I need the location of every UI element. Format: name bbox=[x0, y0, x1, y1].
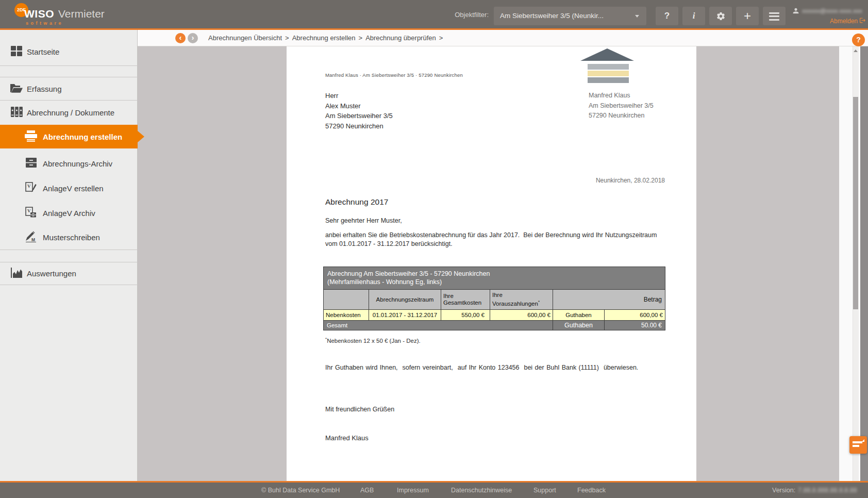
row-gesamtkosten: 550,00 € bbox=[441, 310, 490, 321]
logout-link[interactable]: Abmelden bbox=[830, 17, 866, 25]
table-title: Abrechnung Am Siebertsweiher 3/5 - 57290… bbox=[324, 267, 665, 290]
breadcrumb-separator: > bbox=[359, 34, 363, 42]
sender-line: Manfred Klaus · Am Siebertsweiher 3/5 · … bbox=[325, 72, 463, 78]
house-logo-bar bbox=[588, 77, 629, 83]
document-v-archive-icon: V bbox=[24, 207, 38, 219]
breadcrumb-item-uebersicht[interactable]: Abrechnungen Übersicht bbox=[208, 34, 282, 42]
help-button[interactable]: ? bbox=[656, 7, 678, 25]
version-label: Version: bbox=[772, 483, 795, 498]
brand-product: Vermieter bbox=[58, 8, 105, 20]
sidebar: Startseite Erfassung Abrechnung / Dokume… bbox=[0, 30, 138, 481]
column-header-vorauszahlungen: Ihre Vorauszahlungen* bbox=[490, 290, 553, 310]
back-button[interactable]: ‹ bbox=[175, 33, 186, 43]
breadcrumb-bar: ‹ › Abrechnungen Übersicht>Abrechnung er… bbox=[138, 30, 868, 46]
row-label: Nebenkosten bbox=[324, 310, 369, 321]
sidebar-item-startseite[interactable]: Startseite bbox=[0, 38, 138, 66]
folder-icon bbox=[9, 83, 24, 94]
objektfilter-dropdown[interactable]: Am Siebertsweiher 3/5 (Neunkir... bbox=[494, 7, 646, 25]
page-help-button[interactable]: ? bbox=[852, 34, 865, 46]
letter-title: Abrechnung 2017 bbox=[325, 197, 388, 207]
total-label: Gesamt bbox=[324, 321, 553, 330]
row-zeitraum: 01.01.2017 - 31.12.2017 bbox=[369, 310, 441, 321]
pencil-m-icon: M bbox=[24, 231, 38, 244]
feedback-button[interactable] bbox=[849, 436, 867, 454]
user-icon bbox=[792, 7, 800, 17]
sidebar-item-label: Auswertungen bbox=[27, 269, 76, 278]
sidebar-item-auswertungen[interactable]: Auswertungen bbox=[0, 262, 138, 285]
column-header-zeitraum: Abrechnungszeitraum bbox=[369, 290, 441, 310]
breadcrumb-item-ueberpruefen[interactable]: Abrechnung überprüfen bbox=[365, 34, 436, 42]
table-row: Nebenkosten 01.01.2017 - 31.12.2017 550,… bbox=[324, 310, 665, 321]
footnote: *Nebenkosten 12 x 50 € (Jan - Dez). bbox=[325, 337, 421, 344]
column-header-betrag: Betrag bbox=[553, 290, 665, 310]
recipient-address: Herr Alex Muster Am Siebertsweiher 3/5 5… bbox=[325, 91, 393, 131]
sidebar-item-abrechnungs-archiv[interactable]: Abrechnungs-Archiv bbox=[0, 151, 138, 176]
table-total-row: Gesamt Guthaben 50.00 € bbox=[324, 321, 665, 330]
sidebar-item-erfassung[interactable]: Erfassung bbox=[0, 77, 138, 101]
house-logo-bar bbox=[588, 64, 629, 70]
objektfilter-value: Am Siebertsweiher 3/5 (Neunkir... bbox=[500, 12, 604, 20]
brand-wiso: WISO bbox=[24, 8, 54, 20]
sidebar-item-anlagev-archiv[interactable]: V AnlageV Archiv bbox=[0, 201, 138, 225]
brand-software: software bbox=[26, 21, 63, 26]
logout-icon bbox=[859, 17, 866, 25]
column-header-gesamtkosten: Ihre Gesamtkosten bbox=[441, 290, 490, 310]
date-line: Neunkirchen, 28.02.2018 bbox=[503, 177, 665, 184]
payment-note: Ihr Guthaben wird Ihnen, sofern vereinba… bbox=[325, 364, 638, 371]
footer-link-datenschutz[interactable]: Datenschutzhinweise bbox=[451, 483, 512, 498]
row-betrag: 600,00 € bbox=[605, 310, 665, 321]
salutation: Sehr geehrter Herr Muster, bbox=[325, 217, 402, 224]
intro-paragraph: anbei erhalten Sie die Betriebskostenabr… bbox=[325, 231, 657, 248]
version-value-redacted: 7.88.8.888.88.8.8.88 bbox=[798, 483, 857, 498]
sidebar-item-label: Musterschreiben bbox=[43, 233, 100, 242]
copyright-text: © Buhl Data Service GmbH bbox=[261, 483, 340, 498]
settings-button[interactable] bbox=[709, 7, 732, 25]
svg-text:V: V bbox=[27, 184, 31, 189]
sidebar-item-label: Erfassung bbox=[27, 85, 62, 93]
sidebar-item-label: Abrechnung / Dokumente bbox=[27, 108, 114, 117]
svg-text:M: M bbox=[31, 237, 35, 242]
sidebar-item-label: Abrechnungs-Archiv bbox=[43, 159, 112, 168]
hamburger-icon bbox=[769, 10, 779, 22]
column-header-empty bbox=[324, 290, 369, 310]
row-vorauszahlungen: 600,00 € bbox=[490, 310, 553, 321]
footnote-mark: * bbox=[538, 300, 540, 304]
breadcrumb-item-erstellen[interactable]: Abrechnung erstellen bbox=[292, 34, 356, 42]
sidebar-item-abrechnung-erstellen[interactable]: Abrechnung erstellen bbox=[0, 125, 138, 148]
grid-icon bbox=[9, 46, 24, 58]
user-email-redacted[interactable]: xxxxxx@xxxx-xxxx.xxx bbox=[802, 8, 862, 14]
footer-link-agb[interactable]: AGB bbox=[360, 483, 374, 498]
scroll-up-arrow-icon[interactable] bbox=[854, 49, 858, 52]
drawer-cabinet-icon bbox=[24, 158, 38, 169]
menu-button[interactable] bbox=[763, 7, 786, 25]
forward-button[interactable]: › bbox=[188, 33, 198, 43]
house-logo-roof-icon bbox=[580, 48, 634, 61]
house-logo-bar bbox=[588, 71, 629, 76]
objektfilter-label: Objektfilter: bbox=[428, 11, 489, 19]
sidebar-item-musterschreiben[interactable]: M Musterschreiben bbox=[0, 225, 138, 250]
sidebar-item-anlagev-erstellen[interactable]: V AnlageV erstellen bbox=[0, 176, 138, 201]
printer-icon bbox=[24, 130, 38, 143]
document-v-pencil-icon: V bbox=[24, 182, 38, 194]
footer-link-impressum[interactable]: Impressum bbox=[397, 483, 429, 498]
breadcrumb: Abrechnungen Übersicht>Abrechnung erstel… bbox=[208, 34, 446, 42]
info-button[interactable]: i bbox=[682, 7, 705, 25]
breadcrumb-separator: > bbox=[439, 34, 443, 42]
total-betrag: 50.00 € bbox=[605, 321, 665, 330]
footer-link-feedback[interactable]: Feedback bbox=[577, 483, 606, 498]
footer-link-support[interactable]: Support bbox=[533, 483, 556, 498]
total-ergebnis: Guthaben bbox=[553, 321, 605, 330]
breadcrumb-separator: > bbox=[285, 34, 289, 42]
add-button[interactable]: + bbox=[736, 7, 759, 25]
window-edge bbox=[860, 30, 868, 481]
sidebar-item-label: Abrechnung erstellen bbox=[43, 132, 122, 141]
footer-bar: © Buhl Data Service GmbH AGB Impressum D… bbox=[0, 483, 868, 498]
sidebar-item-label: Startseite bbox=[27, 47, 59, 56]
abrechnung-table: Abrechnung Am Siebertsweiher 3/5 - 57290… bbox=[323, 267, 665, 330]
letter-page: Manfred Klaus · Am Siebertsweiher 3/5 · … bbox=[287, 46, 696, 481]
scrollbar-thumb[interactable] bbox=[853, 97, 858, 309]
gear-icon bbox=[716, 11, 726, 21]
sidebar-item-abrechnung-dokumente[interactable]: Abrechnung / Dokumente bbox=[0, 101, 138, 125]
chart-icon bbox=[9, 268, 24, 279]
signature-name: Manfred Klaus bbox=[325, 434, 369, 442]
